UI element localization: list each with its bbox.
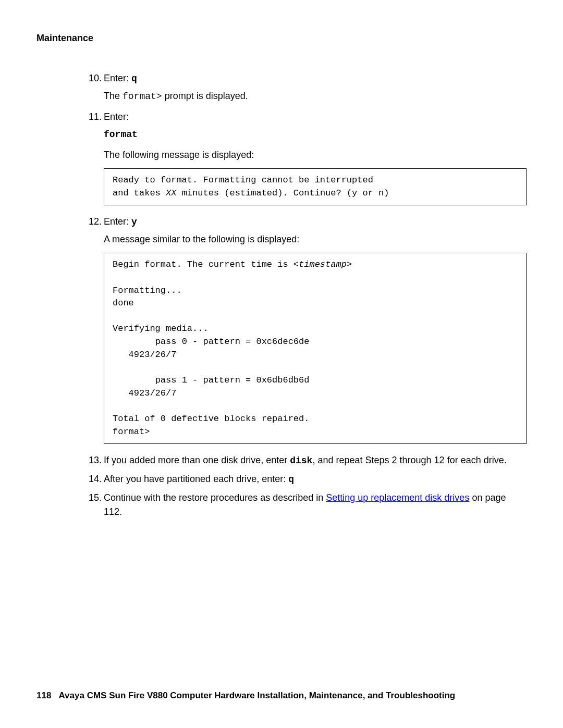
command-text: y <box>131 217 137 227</box>
link-setting-up-replacement-disk-drives[interactable]: Setting up replacement disk drives <box>326 492 469 503</box>
command-text: format <box>104 129 138 140</box>
step-number: 12. <box>85 215 102 229</box>
step-14: 14. After you have partitioned each driv… <box>85 472 527 487</box>
step-body: Enter: <box>104 110 527 124</box>
content-body: 10. Enter: q The format> prompt is displ… <box>85 71 527 519</box>
code-line: Ready to format. Formatting cannot be in… <box>113 175 373 185</box>
step-15: 15. Continue with the restore procedures… <box>85 491 527 519</box>
step-body: After you have partitioned each drive, e… <box>104 472 527 487</box>
code-block-format-output: Begin format. The current time is <times… <box>104 253 527 444</box>
code-line: Verifying media... <box>113 324 209 334</box>
step-11-cmd: format <box>104 127 527 142</box>
code-line: Formatting... <box>113 286 182 295</box>
step-11-sub: The following message is displayed: <box>104 148 527 162</box>
code-line: 4923/26/7 <box>113 388 176 398</box>
code-line: done <box>113 298 134 308</box>
step-text: , and repeat Steps 2 through 12 for each… <box>312 455 506 465</box>
step-number: 14. <box>85 472 102 487</box>
text: prompt is displayed. <box>162 91 248 101</box>
command-text: q <box>288 474 294 485</box>
step-body: Continue with the restore procedures as … <box>104 491 527 519</box>
step-body: If you added more than one disk drive, e… <box>104 453 527 468</box>
step-text: Enter: <box>104 216 131 227</box>
step-text: Continue with the restore procedures as … <box>104 492 326 503</box>
code-italic: <timestamp> <box>293 260 352 269</box>
footer-title: Avaya CMS Sun Fire V880 Computer Hardwar… <box>58 690 455 700</box>
step-number: 10. <box>85 71 102 86</box>
step-text: Enter: <box>104 112 129 122</box>
step-12: 12. Enter: y <box>85 215 527 229</box>
step-13: 13. If you added more than one disk driv… <box>85 453 527 468</box>
step-12-sub: A message similar to the following is di… <box>104 232 527 246</box>
code-block-format-ready: Ready to format. Formatting cannot be in… <box>104 168 527 205</box>
command-text: disk <box>290 455 312 466</box>
page-number: 118 <box>36 690 51 700</box>
code-line: Total of 0 defective blocks repaired. <box>113 414 309 424</box>
text: The following message is displayed: <box>104 150 254 160</box>
prompt-text: format> <box>123 91 162 102</box>
code-line: format> <box>113 427 150 437</box>
step-number: 11. <box>85 110 102 124</box>
step-text: If you added more than one disk drive, e… <box>104 455 290 465</box>
step-text: After you have partitioned each drive, e… <box>104 474 288 484</box>
step-text: Enter: <box>104 73 131 83</box>
section-header: Maintenance <box>36 31 527 45</box>
text: The <box>104 91 123 101</box>
step-number: 13. <box>85 453 102 468</box>
step-number: 15. <box>85 491 102 519</box>
code-line: Begin format. The current time is <box>113 260 293 269</box>
text: A message similar to the following is di… <box>104 234 299 244</box>
code-italic: XX <box>166 188 176 198</box>
step-11: 11. Enter: <box>85 110 527 124</box>
code-line: 4923/26/7 <box>113 350 176 360</box>
step-body: Enter: q <box>104 71 527 86</box>
step-10: 10. Enter: q <box>85 71 527 86</box>
code-line: and takes <box>113 188 166 198</box>
code-line: pass 1 - pattern = 0x6db6db6d <box>113 375 309 385</box>
code-line: pass 0 - pattern = 0xc6dec6de <box>113 337 309 347</box>
code-line: minutes (estimated). Continue? (y or n) <box>176 188 389 198</box>
command-text: q <box>131 73 137 84</box>
step-10-sub: The format> prompt is displayed. <box>104 89 527 104</box>
page-footer: 118 Avaya CMS Sun Fire V880 Computer Har… <box>36 689 527 702</box>
step-body: Enter: y <box>104 215 527 229</box>
